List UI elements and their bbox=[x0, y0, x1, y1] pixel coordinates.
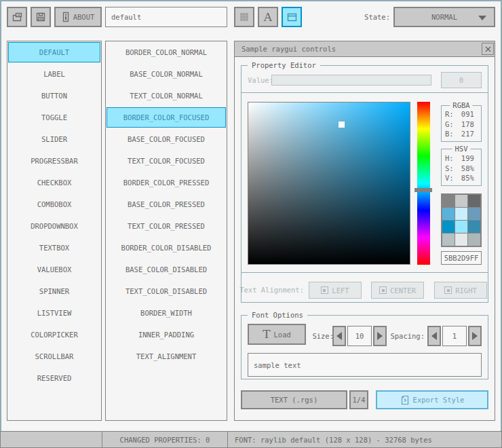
palette-swatch[interactable] bbox=[455, 221, 467, 233]
info-icon bbox=[62, 12, 70, 22]
controls-list-item[interactable]: TOGGLE bbox=[8, 107, 100, 128]
hue-bar-cursor[interactable] bbox=[414, 188, 432, 192]
controls-list-item[interactable]: CHECKBOX bbox=[8, 172, 100, 193]
properties-list-item[interactable]: BORDER_COLOR_FOCUSED bbox=[107, 107, 226, 128]
value-label: Value: bbox=[248, 74, 271, 86]
arrow-left-icon bbox=[431, 332, 437, 340]
controls-list-item[interactable]: SPINNER bbox=[8, 281, 100, 301]
controls-list-item[interactable]: SCROLLBAR bbox=[8, 346, 100, 367]
open-style-button[interactable] bbox=[7, 7, 27, 27]
properties-list-item[interactable]: BORDER_COLOR_NORMAL bbox=[107, 42, 226, 62]
size-increase-button[interactable] bbox=[373, 326, 387, 346]
state-dropdown-value: NORMAL bbox=[431, 13, 457, 21]
about-button[interactable]: ABOUT bbox=[54, 7, 102, 27]
window-title: Sample raygui controls bbox=[242, 45, 336, 53]
view-grid-toggle[interactable] bbox=[234, 7, 254, 27]
text-alignment-label: Text Alignment: bbox=[237, 281, 304, 299]
size-decrease-button[interactable] bbox=[332, 326, 346, 346]
properties-list-item[interactable]: INNER_PADDING bbox=[107, 324, 226, 345]
rguistyler-window: ABOUT default A State: NORMAL DE bbox=[0, 0, 502, 448]
font-preview-toggle[interactable]: A bbox=[258, 7, 278, 27]
palette-swatch[interactable] bbox=[442, 221, 455, 233]
arrow-right-icon bbox=[472, 332, 478, 340]
controls-listview[interactable]: DEFAULTLABELBUTTONTOGGLESLIDERPROGRESSBA… bbox=[7, 41, 102, 421]
sample-text-box[interactable]: sample text bbox=[248, 353, 482, 377]
align-left-button[interactable]: LEFT bbox=[309, 282, 362, 299]
size-label: Size: bbox=[307, 326, 334, 346]
window-titlebar[interactable]: Sample raygui controls bbox=[234, 41, 495, 57]
hue-bar[interactable] bbox=[417, 102, 430, 265]
controls-list-item[interactable]: LISTVIEW bbox=[8, 303, 100, 323]
controls-list-item[interactable]: BUTTON bbox=[8, 86, 100, 106]
font-load-button[interactable]: T Load bbox=[248, 324, 306, 345]
properties-list-item[interactable]: BORDER_COLOR_DISABLED bbox=[107, 238, 226, 258]
grid-icon bbox=[240, 13, 248, 21]
color-picker-cursor[interactable] bbox=[339, 122, 345, 128]
properties-list-item[interactable]: TEXT_COLOR_NORMAL bbox=[107, 86, 226, 106]
controls-list-item[interactable]: COLORPICKER bbox=[8, 324, 100, 345]
controls-list-item[interactable]: TEXTBOX bbox=[8, 238, 100, 258]
properties-list-item[interactable]: BASE_COLOR_PRESSED bbox=[107, 194, 226, 214]
palette-swatch[interactable] bbox=[442, 208, 455, 220]
export-format-button[interactable]: TEXT (.rgs) bbox=[241, 390, 347, 409]
statusbar-font-info: FONT: raylib default (128 x 128) - 32768… bbox=[227, 431, 502, 448]
palette-swatch[interactable] bbox=[468, 234, 480, 246]
color-picker-sv-panel[interactable] bbox=[248, 102, 410, 265]
state-dropdown[interactable]: NORMAL bbox=[393, 7, 495, 27]
palette-swatch[interactable] bbox=[455, 234, 467, 246]
value-apply-button[interactable]: 0 bbox=[441, 72, 482, 88]
controls-list-item[interactable]: DEFAULT bbox=[8, 42, 100, 62]
hex-color-input[interactable]: 5BB2D9FF bbox=[441, 251, 482, 265]
about-button-label: ABOUT bbox=[73, 13, 95, 21]
control-preview-toggle[interactable] bbox=[282, 7, 302, 27]
hsv-values: H:199 S:58% V:85% bbox=[441, 153, 482, 183]
controls-list-item[interactable]: DROPDOWNBOX bbox=[8, 216, 100, 236]
properties-list-item[interactable]: TEXT_COLOR_DISABLED bbox=[107, 281, 226, 301]
controls-list-item[interactable]: SLIDER bbox=[8, 129, 100, 149]
save-style-button[interactable] bbox=[31, 7, 51, 27]
spacing-value-box[interactable]: 1 bbox=[442, 326, 467, 346]
font-options-group-label: Font Options bbox=[248, 310, 307, 320]
properties-list-item[interactable]: TEXT_COLOR_PRESSED bbox=[107, 216, 226, 236]
statusbar-left bbox=[0, 431, 102, 448]
style-name-input[interactable]: default bbox=[105, 7, 227, 27]
hex-color-value: 5BB2D9FF bbox=[444, 254, 479, 262]
spacing-decrease-button[interactable] bbox=[427, 326, 441, 346]
export-style-button[interactable]: Export Style bbox=[376, 390, 488, 409]
properties-listview[interactable]: BORDER_COLOR_NORMALBASE_COLOR_NORMALTEXT… bbox=[105, 41, 227, 421]
red-value: 091 bbox=[454, 110, 482, 118]
palette-swatch[interactable] bbox=[468, 221, 480, 233]
align-right-button[interactable]: RIGHT bbox=[434, 282, 487, 299]
controls-list-item[interactable]: COMBOBOX bbox=[8, 194, 100, 214]
palette-swatch[interactable] bbox=[455, 195, 467, 207]
palette-swatch[interactable] bbox=[468, 208, 480, 220]
format-pager-button[interactable]: 1/4 bbox=[349, 390, 368, 409]
chevron-down-icon bbox=[478, 16, 486, 20]
hsv-group-label: HSV bbox=[452, 144, 471, 154]
property-editor-group-label: Property Editor bbox=[248, 60, 320, 71]
window-close-button[interactable] bbox=[482, 43, 494, 55]
size-value-box[interactable]: 10 bbox=[347, 326, 372, 346]
value-input[interactable] bbox=[271, 75, 431, 86]
align-center-button[interactable]: CENTER bbox=[371, 282, 424, 299]
properties-list-item[interactable]: TEXT_ALIGNMENT bbox=[107, 346, 226, 367]
rgba-values: R:091 G:178 B:217 bbox=[441, 109, 482, 139]
palette-swatch[interactable] bbox=[442, 234, 455, 246]
controls-list-item[interactable]: RESERVED bbox=[8, 368, 100, 388]
controls-list-item[interactable]: PROGRESSBAR bbox=[8, 151, 100, 171]
style-color-palette bbox=[441, 193, 482, 247]
palette-swatch[interactable] bbox=[442, 195, 455, 207]
controls-list-item[interactable]: VALUEBOX bbox=[8, 259, 100, 280]
palette-swatch[interactable] bbox=[468, 195, 480, 207]
properties-list-item[interactable]: BASE_COLOR_FOCUSED bbox=[107, 129, 226, 149]
properties-list-item[interactable]: BORDER_COLOR_PRESSED bbox=[107, 172, 226, 193]
properties-list-item[interactable]: TEXT_COLOR_FOCUSED bbox=[107, 151, 226, 171]
properties-list-item[interactable]: BORDER_WIDTH bbox=[107, 303, 226, 323]
properties-list-item[interactable]: BASE_COLOR_DISABLED bbox=[107, 259, 226, 280]
spacing-increase-button[interactable] bbox=[468, 326, 482, 346]
palette-swatch[interactable] bbox=[455, 208, 467, 220]
controls-list-item[interactable]: LABEL bbox=[8, 64, 100, 84]
state-label: State: bbox=[339, 7, 390, 27]
properties-list-item[interactable]: BASE_COLOR_NORMAL bbox=[107, 64, 226, 84]
separator-line-top bbox=[241, 92, 488, 93]
